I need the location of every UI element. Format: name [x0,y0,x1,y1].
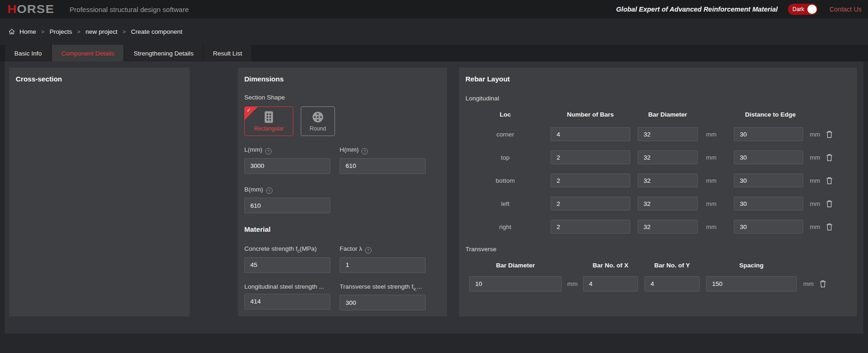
unit-label: mm [706,131,723,138]
header-distance-to-edge: Distance to Edge [736,111,805,118]
theme-toggle-label: Dark [793,6,804,12]
bar-no-x-input[interactable] [583,276,638,291]
field-height: H(mm)? [340,146,426,174]
unit-label: mm [810,131,820,138]
longitudinal-rows: corner mm mm top mm mm bottom mm mm left [465,127,850,234]
unit-label: mm [706,200,723,207]
tab-basic-info[interactable]: Basic Info [5,45,51,62]
concrete-strength-input[interactable] [244,257,330,273]
header-bar-diameter: Bar Diameter [638,111,698,118]
page: HORSE Professional structural design sof… [0,0,868,334]
theme-toggle-knob [807,5,817,14]
distance-to-edge-input[interactable] [734,197,803,211]
longitudinal-row: left mm mm [465,197,850,211]
logo-letters-rest: ORSE [17,3,55,15]
height-input[interactable] [340,158,426,174]
number-of-bars-input[interactable] [551,197,630,211]
bar-diameter-input[interactable] [638,220,698,234]
bar-diameter-input[interactable] [638,150,698,164]
bar-diameter-input[interactable] [638,127,698,141]
field-concrete-strength: Concrete strength fc(MPa) [244,245,330,273]
bar-diameter-input[interactable] [638,173,698,187]
logo-letter-h: H [7,3,17,15]
number-of-bars-input[interactable] [551,173,630,187]
breadcrumb-item-home[interactable]: Home [19,28,36,35]
trash-icon [826,200,833,208]
help-icon[interactable]: ? [265,148,272,155]
trash-icon [819,280,826,288]
field-length: L(mm)? [244,146,330,174]
transverse-label: Transverse [465,246,850,253]
horse-logo[interactable]: HORSE [7,3,54,16]
brand-slogan: Global Expert of Advanced Reinforcement … [616,6,778,13]
longitudinal-row: right mm mm [465,220,850,234]
help-icon[interactable]: ? [266,187,273,194]
number-of-bars-input[interactable] [551,220,630,234]
rectangular-section-icon [264,111,274,124]
trash-icon [826,177,833,185]
theme-toggle[interactable]: Dark [788,4,818,15]
factor-lambda-input[interactable] [340,257,426,273]
longitudinal-steel-label: Longitudinal steel strength ... [244,283,330,290]
unit-label: mm [706,177,723,184]
cross-section-panel: Cross-section [9,68,190,316]
tab-strengthening-details[interactable]: Strengthening Details [124,45,203,62]
unit-label: mm [810,200,820,207]
dimensions-title: Dimensions [244,75,440,83]
shape-rectangular-button[interactable]: ✓ Rectangular [244,106,293,136]
width-input[interactable] [244,198,330,213]
tab-component-details[interactable]: Component Details [52,45,124,62]
trash-icon [826,130,833,138]
field-longitudinal-steel: Longitudinal steel strength ... [244,283,330,311]
topbar: HORSE Professional structural design sof… [0,0,868,19]
contact-us-link[interactable]: Contact Us [830,6,862,13]
rebar-layout-title: Rebar Layout [465,75,850,83]
distance-to-edge-input[interactable] [734,173,803,187]
content-wrapper: Cross-section Dimensions Section Shape ✓ [5,62,863,334]
header-bar-no-y: Bar No. of Y [645,262,700,269]
delete-row-button[interactable] [825,130,834,139]
transverse-steel-label: Transverse steel strength fv,... [340,283,426,291]
help-icon[interactable]: ? [365,247,372,254]
distance-to-edge-input[interactable] [734,150,803,164]
row-location-label: right [465,223,545,230]
unit-label: mm [706,154,723,161]
breadcrumb-separator: > [77,29,81,35]
check-icon: ✓ [247,107,251,113]
number-of-bars-input[interactable] [551,127,630,141]
distance-to-edge-input[interactable] [734,127,803,141]
distance-to-edge-input[interactable] [734,220,803,234]
delete-row-button[interactable] [825,199,834,209]
breadcrumb-item-new-project[interactable]: new project [86,28,118,35]
delete-row-button[interactable] [825,222,834,232]
longitudinal-row: top mm mm [465,150,850,164]
spacing-input[interactable] [706,276,797,291]
topbar-left: HORSE Professional structural design sof… [7,3,189,16]
factor-lambda-label: Factor λ? [340,245,426,254]
round-section-icon [312,111,324,124]
section-shape-options: ✓ Rectangular [244,106,440,136]
dimension-row-b: B(mm)? [244,186,440,214]
transverse-bar-diameter-input[interactable] [469,276,562,291]
cross-section-title: Cross-section [16,75,183,83]
longitudinal-steel-input[interactable] [244,294,330,310]
help-icon[interactable]: ? [361,148,368,155]
delete-row-button[interactable] [818,279,827,289]
unit-label: mm [810,154,820,161]
row-location-label: top [465,154,545,161]
transverse-steel-input[interactable] [340,295,426,310]
length-input[interactable] [244,158,330,174]
home-icon[interactable] [8,28,15,35]
dimensions-panel: Dimensions Section Shape ✓ Rectangular [238,68,447,316]
shape-round-button[interactable]: Round [301,106,335,136]
topbar-right: Global Expert of Advanced Reinforcement … [616,4,862,15]
breadcrumb: Home>Projects>new project>Create compone… [0,19,868,45]
delete-row-button[interactable] [825,153,834,162]
breadcrumb-item-projects[interactable]: Projects [50,28,72,35]
delete-row-button[interactable] [825,176,834,186]
bar-diameter-input[interactable] [638,197,698,211]
trash-icon [826,223,833,231]
number-of-bars-input[interactable] [551,150,630,164]
bar-no-y-input[interactable] [645,276,700,291]
tab-result-list[interactable]: Result List [204,45,251,62]
